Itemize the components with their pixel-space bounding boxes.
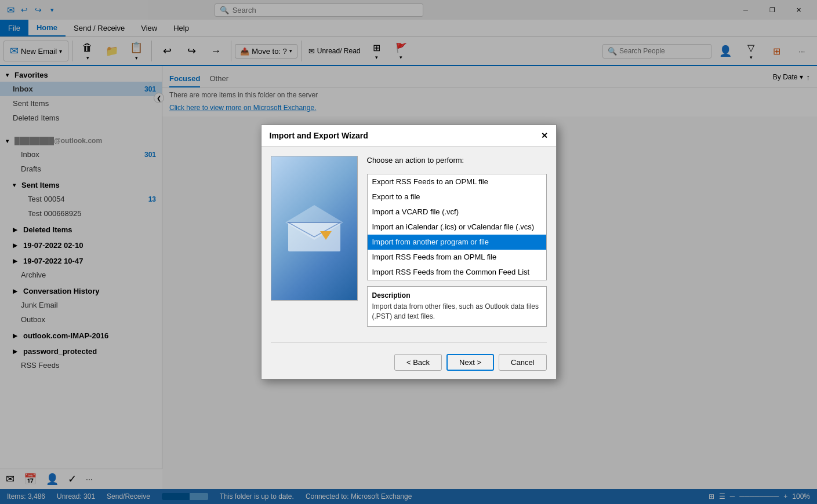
next-button[interactable]: Next > (446, 354, 494, 371)
action-import-ical[interactable]: Import an iCalendar (.ics) or vCalendar … (368, 220, 546, 235)
dialog-close-btn[interactable]: ✕ (541, 131, 548, 140)
action-import-program[interactable]: Import from another program or file (368, 235, 546, 250)
action-export-rss-opml[interactable]: Export RSS Feeds to an OPML file (368, 174, 546, 189)
dialog-question: Choose an action to perform: (367, 156, 547, 165)
dialog-right-panel: Choose an action to perform: Export RSS … (367, 156, 547, 327)
description-label: Description (372, 291, 542, 300)
action-import-rss-opml[interactable]: Import RSS Feeds from an OPML file (368, 250, 546, 265)
action-import-vcard[interactable]: Import a VCARD file (.vcf) (368, 204, 546, 220)
dialog-buttons: < Back Next > Cancel (262, 348, 556, 379)
dialog-body: Choose an action to perform: Export RSS … (262, 147, 556, 336)
dialog-title: Import and Export Wizard (270, 131, 368, 140)
action-export-file[interactable]: Export to a file (368, 189, 546, 204)
action-import-rss-common[interactable]: Import RSS Feeds from the Common Feed Li… (368, 265, 546, 280)
dialog-image-panel (271, 156, 358, 301)
description-box: Description Import data from other files… (367, 286, 547, 327)
dialog-overlay: Import and Export Wizard ✕ (0, 0, 817, 504)
import-export-dialog: Import and Export Wizard ✕ (261, 125, 557, 379)
envelope-svg (279, 199, 349, 257)
action-list: Export RSS Feeds to an OPML file Export … (367, 174, 547, 280)
dialog-titlebar: Import and Export Wizard ✕ (262, 125, 556, 147)
dialog-separator (271, 342, 547, 342)
description-text: Import data from other files, such as Ou… (372, 302, 542, 322)
dialog-image-inner (271, 156, 357, 300)
cancel-button[interactable]: Cancel (499, 354, 546, 371)
back-button[interactable]: < Back (394, 354, 442, 371)
